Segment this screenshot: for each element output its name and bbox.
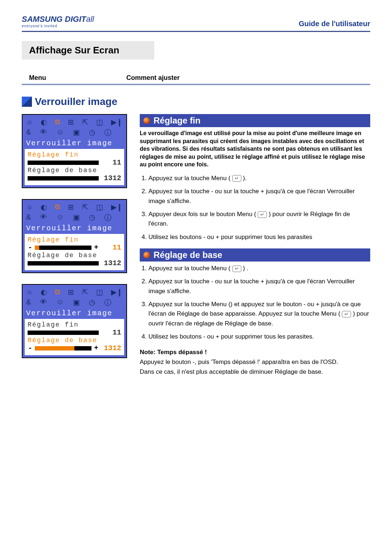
next-icon: ▶❙ [111, 203, 123, 211]
minus-button: - [28, 243, 33, 252]
position-icon: ⊞ [68, 118, 74, 126]
info-icon: ⓘ [104, 128, 111, 138]
note-body-1: Appuyez le bouton -, puis 'Temps dépassé… [140, 357, 370, 367]
osd-icon-row-2: & 👁 ☺ ▣ ◷ ⓘ [25, 212, 124, 223]
coarse-step-2: Appuyez sur la touche - ou sur la touche… [148, 277, 370, 296]
smile-icon: ☺ [57, 128, 64, 138]
brand-logo: SAMSUNG DIGITall everyone's invited [22, 15, 94, 28]
osd-icon-row-2: & 👁 ☺ ▣ ◷ ⓘ [25, 297, 124, 308]
page-title: Affichage Sur Ecran [29, 45, 147, 56]
osd-coarse-label: Réglage de base [28, 337, 121, 344]
contrast-icon: ◐ [41, 203, 47, 211]
info-icon: ⓘ [104, 298, 111, 308]
note-heading: Note: Temps dépassé ! [140, 349, 370, 356]
menu-button-icon: ↵ [232, 266, 241, 272]
coarse-step-1: Appuyez sur la touche Menu ( ↵ ) . [148, 264, 370, 273]
instructions-column: Réglage fin Le verouillage d'image est u… [140, 114, 370, 377]
osd-title: Verrouiller image [25, 223, 124, 234]
expand-icon: ⇱ [82, 203, 88, 211]
next-icon: ▶❙ [111, 118, 123, 126]
osd-coarse-label: Réglage de base [28, 167, 121, 174]
spacer-icon [121, 128, 123, 138]
column-headers: Menu Comment ajuster [22, 74, 370, 85]
page-icon: ▣ [73, 128, 80, 138]
clock-icon: ◷ [89, 213, 95, 223]
spacer-icon [121, 298, 123, 308]
page-icon: ▣ [73, 298, 80, 308]
osd-fine-bar [28, 331, 99, 335]
osd-title: Verrouiller image [25, 138, 124, 149]
plus-button: + [94, 243, 99, 252]
fine-step-3: Appuyer deux fois sur le bouton Menu ( ↵… [148, 210, 370, 229]
eye-icon: 👁 [40, 128, 47, 138]
osd-coarse-value: 1312 [101, 344, 121, 352]
position-icon: ⊞ [68, 203, 74, 211]
square-bullet-icon [22, 97, 32, 107]
pip-icon: ◫ [96, 203, 103, 211]
brightness-icon: ☼ [26, 288, 33, 296]
osd-icon-row-1: ☼ ◐ ⧉ ⊞ ⇱ ◫ ▶❙ [25, 117, 124, 127]
fine-steps: Appuyez sur la touche Menu ( ↵ ). Appuye… [140, 174, 370, 242]
main-content: ☼ ◐ ⧉ ⊞ ⇱ ◫ ▶❙ & 👁 ☺ ▣ ◷ ⓘ Verro [22, 114, 370, 377]
osd-panel-3: ☼ ◐ ⧉ ⊞ ⇱ ◫ ▶❙ & 👁 ☺ ▣ ◷ ⓘ Verro [22, 284, 127, 358]
section-title: Verrouiller image [35, 96, 117, 108]
clock-icon: ◷ [89, 128, 95, 138]
pip-icon: ◫ [96, 118, 103, 126]
color-icon: & [26, 213, 31, 223]
osd-screenshots-column: ☼ ◐ ⧉ ⊞ ⇱ ◫ ▶❙ & 👁 ☺ ▣ ◷ ⓘ Verro [22, 114, 131, 377]
plus-button: + [94, 344, 99, 352]
section-heading: Verrouiller image [22, 96, 370, 108]
osd-icon-row-2: & 👁 ☺ ▣ ◷ ⓘ [25, 127, 124, 138]
lock-icon: ⧉ [55, 118, 60, 126]
minus-button: - [28, 344, 33, 352]
brightness-icon: ☼ [26, 118, 33, 126]
menu-button-icon: ↵ [342, 311, 351, 317]
color-icon: & [26, 128, 31, 138]
osd-fine-label: Réglage fin [28, 151, 121, 158]
lock-icon: ⧉ [55, 203, 60, 211]
coarse-heading: Réglage de base [140, 248, 370, 262]
coarse-steps: Appuyez sur la touche Menu ( ↵ ) . Appuy… [140, 264, 370, 341]
logo-main: SAMSUNG DIGIT [22, 15, 86, 24]
color-icon: & [26, 298, 31, 308]
osd-fine-bar [28, 161, 99, 165]
osd-coarse-value: 1312 [101, 174, 121, 182]
osd-fine-label: Réglage fin [28, 236, 121, 243]
eye-icon: 👁 [40, 298, 47, 308]
coarse-step-3: Appuyez sur la touche Menu () et appuyez… [148, 300, 370, 328]
page-header: SAMSUNG DIGITall everyone's invited Guid… [22, 15, 370, 32]
osd-fine-value: 11 [101, 243, 121, 252]
menu-button-icon: ↵ [258, 211, 267, 218]
coarse-step-4: Utilisez les boutons - ou + pour supprim… [148, 332, 370, 341]
pip-icon: ◫ [96, 288, 103, 296]
clock-icon: ◷ [89, 298, 95, 308]
col-adjust: Comment ajuster [126, 74, 180, 82]
fine-step-1: Appuyez sur la touche Menu ( ↵ ). [148, 174, 370, 183]
osd-icon-row-1: ☼ ◐ ⧉ ⊞ ⇱ ◫ ▶❙ [25, 202, 124, 212]
logo-tagline: everyone's invited [22, 24, 94, 28]
logo-text: SAMSUNG DIGITall [22, 15, 94, 24]
position-icon: ⊞ [68, 288, 74, 296]
osd-fine-value: 11 [101, 328, 121, 337]
osd-fine-bar [35, 246, 91, 250]
spacer-icon [121, 213, 123, 223]
page-icon: ▣ [73, 213, 80, 223]
smile-icon: ☺ [57, 298, 64, 308]
osd-coarse-bar [28, 176, 99, 181]
fine-intro: Le verouillage d'image est utilisé pour … [140, 129, 370, 169]
info-icon: ⓘ [104, 213, 111, 223]
contrast-icon: ◐ [41, 288, 47, 296]
osd-icon-row-1: ☼ ◐ ⧉ ⊞ ⇱ ◫ ▶❙ [25, 287, 124, 297]
col-menu: Menu [22, 74, 126, 82]
smile-icon: ☺ [57, 213, 64, 223]
next-icon: ▶❙ [111, 288, 123, 296]
page-title-bar: Affichage Sur Ecran [22, 41, 154, 60]
osd-coarse-value: 1312 [101, 259, 121, 267]
osd-coarse-bar [35, 346, 91, 351]
brightness-icon: ☼ [26, 203, 33, 211]
fine-heading: Réglage fin [140, 114, 370, 127]
fine-step-4: Utilisez les boutons - ou + pour supprim… [148, 232, 370, 242]
fine-step-2: Appuyez sur la touche - ou sur la touche… [148, 187, 370, 206]
osd-title: Verrouiller image [25, 308, 124, 319]
osd-fine-label: Réglage fin [28, 321, 121, 328]
